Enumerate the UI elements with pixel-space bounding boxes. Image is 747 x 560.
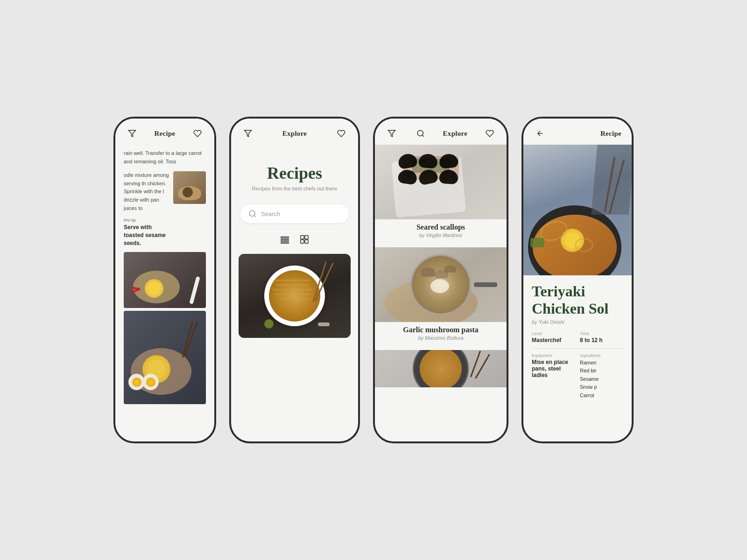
phone3-header: Explore <box>375 119 507 145</box>
explore-title-section: Recipes Recipes from the best chefs out … <box>231 145 358 204</box>
phone1-title: Recipe <box>154 130 175 138</box>
svg-rect-8 <box>305 236 308 239</box>
recipe-detail-author: by Yuki Onishi <box>532 319 623 325</box>
filter-icon-p3[interactable] <box>385 127 398 140</box>
grid-view-icon[interactable] <box>299 234 310 246</box>
meta-equipment: Equipment Mise en place pans, steel ladl… <box>532 353 575 400</box>
phone1-content: rain well. Transfer to a large carrot an… <box>115 145 214 440</box>
pro-tip-label: Pro tip <box>124 218 169 223</box>
svg-line-13 <box>422 135 423 136</box>
ingredients-label: Ingredients <box>580 353 623 358</box>
svg-marker-1 <box>245 130 252 137</box>
pasta-author: by Massimo Bottura <box>382 335 499 341</box>
search-bar[interactable]: Search <box>240 204 349 223</box>
explore-title: Recipes <box>240 163 349 183</box>
pasta-info: Garlic mushroom pasta by Massimo Bottura <box>375 322 507 344</box>
recipe-thumb-1 <box>173 171 206 204</box>
search-icon-p2 <box>248 209 257 218</box>
back-arrow-icon[interactable] <box>534 127 547 140</box>
svg-point-12 <box>417 130 423 136</box>
svg-line-3 <box>254 215 255 217</box>
search-icon-p3[interactable] <box>414 127 427 140</box>
recipe-item-ramen-partial[interactable] <box>375 350 507 393</box>
heart-icon-p2[interactable] <box>335 127 348 140</box>
svg-rect-9 <box>301 240 304 243</box>
recipe-food-img-1 <box>124 252 206 308</box>
time-value: 8 to 12 h <box>580 337 623 343</box>
separator-1 <box>532 348 623 349</box>
scallops-name: Seared scallops <box>382 223 499 231</box>
recipe-detail-title: Teriyaki Chicken Sol <box>532 283 623 317</box>
recipe-item-scallops[interactable]: Seared scallops by Virgilio Martinez <box>375 145 507 247</box>
recipe-text-1: rain well. Transfer to a large carrot an… <box>124 149 206 166</box>
equipment-value: Mise en place pans, steel ladles <box>532 359 575 378</box>
scallops-author: by Virgilio Martinez <box>382 232 499 238</box>
svg-marker-11 <box>388 130 395 137</box>
recipe-meta: Level Masterchef Time 8 to 12 h <box>532 331 623 343</box>
explore-subtitle: Recipes from the best chefs out there <box>240 186 349 191</box>
meta-level: Level Masterchef <box>532 331 575 343</box>
heart-icon[interactable] <box>191 127 204 140</box>
list-view-icon[interactable] <box>280 234 290 246</box>
phones-container: Recipe rain well. Transfer to a large ca… <box>0 117 747 443</box>
svg-rect-6 <box>281 242 289 244</box>
filter-icon-p2[interactable] <box>241 127 254 140</box>
meta-time: Time 8 to 12 h <box>580 331 623 343</box>
pad-thai-image <box>239 254 351 338</box>
search-input-placeholder: Search <box>261 210 280 217</box>
pro-tip-section: Pro tip Serve with toasted sesame seeds. <box>124 218 169 247</box>
phone1-header: Recipe <box>115 119 214 145</box>
phone-recipe-detail-left: Recipe rain well. Transfer to a large ca… <box>113 117 216 443</box>
phone3-title: Explore <box>443 130 468 138</box>
recipe-detail-content: Teriyaki Chicken Sol by Yuki Onishi Leve… <box>523 275 632 407</box>
ingredients-value: RamenRed birSesameSnow pCarrot <box>580 359 623 400</box>
level-label: Level <box>532 331 575 336</box>
recipe-food-img-2 <box>124 311 206 404</box>
equipment-label: Equipment <box>532 353 575 358</box>
scallops-info: Seared scallops by Virgilio Martinez <box>375 219 507 242</box>
phone2-title: Explore <box>282 130 307 138</box>
recipe-item-pasta[interactable]: Garlic mushroom pasta by Massimo Bottura <box>375 247 507 350</box>
svg-rect-10 <box>305 240 308 243</box>
level-value: Masterchef <box>532 337 575 343</box>
recipe-meta-2: Equipment Mise en place pans, steel ladl… <box>532 353 623 400</box>
svg-point-2 <box>249 210 255 216</box>
phone3-recipe-list: Seared scallops by Virgilio Martinez <box>375 145 507 441</box>
phone4-header: Recipe <box>523 119 632 145</box>
recipe-hero-image <box>523 145 632 275</box>
recipe-text-row: odle mixture among serving th chicken. S… <box>124 171 206 247</box>
meta-ingredients: Ingredients RamenRed birSesameSnow pCarr… <box>580 353 623 400</box>
view-toggle <box>231 234 358 246</box>
svg-rect-7 <box>301 236 304 239</box>
svg-marker-0 <box>129 130 136 137</box>
phone2-header: Explore <box>231 119 358 145</box>
recipe-text-2: odle mixture among serving th chicken. S… <box>124 171 169 212</box>
filter-icon[interactable] <box>126 127 139 140</box>
phone-recipe-detail-right: Recipe <box>521 117 634 443</box>
time-label: Time <box>580 331 623 336</box>
heart-icon-p3[interactable] <box>483 127 496 140</box>
pasta-image <box>375 247 507 322</box>
phone4-title: Recipe <box>600 130 621 138</box>
pro-tip-text: Serve with toasted sesame seeds. <box>124 224 169 247</box>
svg-rect-4 <box>281 237 289 238</box>
scallops-image <box>375 145 507 219</box>
ramen-partial-image <box>375 350 507 387</box>
recipe-card-pad-thai[interactable] <box>239 254 351 338</box>
phone-explore-list: Explore <box>373 117 508 443</box>
phone-explore-search: Explore Recipes Recipes from the best ch… <box>229 117 360 443</box>
svg-rect-5 <box>281 239 289 241</box>
pasta-name: Garlic mushroom pasta <box>382 326 499 334</box>
